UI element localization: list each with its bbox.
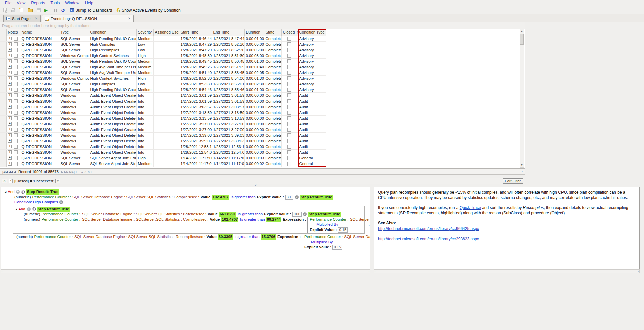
print-preview-button[interactable] bbox=[1, 7, 9, 14]
closed-checkbox[interactable] bbox=[287, 105, 291, 109]
column-header-assigned-user[interactable]: Assigned User bbox=[153, 29, 179, 36]
notes-checkbox[interactable] bbox=[14, 93, 18, 97]
closed-checkbox[interactable] bbox=[287, 48, 291, 52]
expand-icon[interactable] bbox=[8, 37, 12, 40]
scroll-left-icon[interactable]: ‹ bbox=[375, 270, 376, 273]
close-icon[interactable]: ✕ bbox=[99, 17, 131, 20]
panel-scroll-right-icon[interactable]: › bbox=[368, 223, 370, 227]
show-active-events-button[interactable]: + Show Active Events by Condition bbox=[114, 7, 181, 14]
table-row[interactable]: Q-REGRESSION SQL Server SQL Server Agent… bbox=[0, 161, 519, 167]
scroll-right-icon[interactable]: › bbox=[638, 270, 639, 273]
threshold-input[interactable]: 30 bbox=[285, 195, 293, 200]
column-header-closed[interactable]: Closed bbox=[281, 29, 298, 36]
closed-checkbox[interactable] bbox=[287, 54, 291, 58]
threshold-input[interactable]: 100 bbox=[292, 212, 301, 217]
closed-checkbox[interactable] bbox=[287, 145, 291, 149]
notes-checkbox[interactable] bbox=[14, 37, 18, 41]
expand-icon[interactable] bbox=[8, 156, 12, 160]
table-row[interactable]: Q-REGRESSION Windows Audit: Event Object… bbox=[0, 144, 519, 149]
table-row[interactable]: Q-REGRESSION Windows Audit: Event Object… bbox=[0, 115, 519, 121]
record-nav-button[interactable]: − bbox=[77, 170, 80, 174]
menu-item[interactable]: File bbox=[3, 0, 14, 6]
table-row[interactable]: Q-REGRESSION Windows Audit: Event Object… bbox=[0, 149, 519, 155]
help-panel-hscrollbar[interactable]: ‹ › bbox=[374, 269, 640, 273]
expand-icon[interactable] bbox=[8, 48, 12, 52]
horizontal-splitter[interactable]: ∨ bbox=[0, 184, 644, 187]
table-row[interactable]: Q-REGRESSION Windows Computer High Conte… bbox=[0, 53, 519, 58]
notes-checkbox[interactable] bbox=[14, 99, 18, 103]
expand-icon[interactable] bbox=[8, 111, 12, 114]
table-row[interactable]: Q-REGRESSION Windows Audit: Event Object… bbox=[0, 110, 519, 115]
closed-checkbox[interactable] bbox=[287, 37, 291, 41]
closed-checkbox[interactable] bbox=[287, 99, 291, 103]
pause-step-icon[interactable] bbox=[21, 190, 25, 194]
condition-panel-hscrollbar[interactable]: ‹ › bbox=[1, 269, 370, 273]
scroll-left-icon[interactable]: ‹ bbox=[2, 270, 3, 273]
notes-checkbox[interactable] bbox=[14, 48, 18, 52]
save-button[interactable] bbox=[35, 7, 42, 14]
edit-filter-button[interactable]: Edit Filter bbox=[503, 178, 523, 184]
notes-checkbox[interactable] bbox=[14, 139, 18, 143]
remove-filter-icon[interactable]: ✕ bbox=[2, 179, 7, 183]
expand-icon[interactable] bbox=[8, 59, 12, 63]
notes-checkbox[interactable] bbox=[14, 133, 18, 137]
expand-icon[interactable] bbox=[8, 82, 12, 86]
closed-checkbox[interactable] bbox=[287, 93, 291, 97]
notes-checkbox[interactable] bbox=[14, 150, 18, 154]
close-icon[interactable]: ✕ bbox=[32, 17, 37, 20]
expand-icon[interactable] bbox=[8, 128, 12, 131]
column-header-notes[interactable]: Notes bbox=[6, 29, 20, 36]
closed-checkbox[interactable] bbox=[287, 82, 291, 86]
notes-checkbox[interactable] bbox=[14, 76, 18, 80]
jump-to-dashboard-button[interactable]: ➤ Jump To Dashboard bbox=[68, 7, 113, 14]
table-row[interactable]: Q-REGRESSION SQL Server High Avg Wait Ti… bbox=[0, 70, 519, 75]
table-row[interactable]: Q-REGRESSION Windows Audit: Event Object… bbox=[0, 104, 519, 110]
closed-checkbox[interactable] bbox=[287, 59, 291, 63]
filter-expression[interactable]: [Closed] = 'Unchecked' bbox=[14, 179, 54, 183]
scroll-right-icon[interactable]: › bbox=[368, 270, 369, 273]
notes-checkbox[interactable] bbox=[14, 42, 18, 46]
table-row[interactable]: Q-REGRESSION SQL Server High Pending Dis… bbox=[0, 36, 519, 41]
remove-condition-icon[interactable] bbox=[59, 200, 63, 204]
notes-checkbox[interactable] bbox=[14, 122, 18, 126]
expand-icon[interactable] bbox=[8, 76, 12, 80]
table-row[interactable]: Q-REGRESSION SQL Server High Pending Dis… bbox=[0, 87, 519, 92]
notes-checkbox[interactable] bbox=[14, 59, 18, 63]
menu-item[interactable]: Tools bbox=[48, 0, 62, 6]
technet-link-1[interactable]: http://technet.microsoft.com/en-us/libra… bbox=[378, 226, 479, 231]
table-row[interactable]: Q-REGRESSION SQL Server SQL Server Agent… bbox=[0, 155, 519, 161]
table-row[interactable]: Q-REGRESSION Windows Computer High Conte… bbox=[0, 75, 519, 81]
tree-expander-icon[interactable]: ◢ bbox=[15, 207, 17, 212]
add-step-icon[interactable] bbox=[16, 190, 20, 194]
remove-step-icon[interactable] bbox=[303, 212, 307, 216]
column-header-condition[interactable]: Condition bbox=[89, 29, 136, 36]
closed-checkbox[interactable] bbox=[287, 111, 291, 115]
multiplier-input[interactable]: 0.15 bbox=[332, 245, 342, 250]
pause-step-icon[interactable] bbox=[32, 207, 36, 211]
table-row[interactable]: Q-REGRESSION SQL Server High Recompiles … bbox=[0, 47, 519, 53]
expand-icon[interactable] bbox=[8, 145, 12, 148]
expand-icon[interactable] bbox=[8, 71, 12, 74]
quick-trace-link[interactable]: Quick Trace bbox=[460, 205, 481, 210]
notes-checkbox[interactable] bbox=[14, 54, 18, 58]
expand-icon[interactable] bbox=[8, 105, 12, 109]
notes-checkbox[interactable] bbox=[14, 111, 18, 115]
expand-icon[interactable] bbox=[8, 88, 12, 91]
add-step-icon[interactable] bbox=[27, 207, 31, 211]
table-row[interactable]: Q-REGRESSION Windows Audit: Event Object… bbox=[0, 92, 519, 98]
vertical-scrollbar[interactable]: ▲ ▼ bbox=[520, 29, 524, 168]
column-header-name[interactable]: Name bbox=[20, 29, 59, 36]
table-row[interactable]: Q-REGRESSION Windows Audit: Event Object… bbox=[0, 98, 519, 104]
record-nav-button[interactable]: |◀◀ bbox=[2, 170, 8, 174]
menu-item[interactable]: Reports bbox=[29, 0, 47, 6]
closed-checkbox[interactable] bbox=[287, 133, 291, 137]
multiplier-input[interactable]: 0.15 bbox=[338, 227, 348, 233]
table-row[interactable]: Q-REGRESSION SQL Server High Pending Dis… bbox=[0, 58, 519, 64]
group-by-panel[interactable]: Drag a column header here to group by th… bbox=[0, 22, 525, 29]
closed-checkbox[interactable] bbox=[287, 156, 291, 160]
record-nav-button[interactable]: ▲ bbox=[80, 170, 84, 174]
record-nav-button[interactable]: ◀◀ bbox=[8, 170, 13, 174]
expand-icon[interactable] bbox=[8, 150, 12, 154]
record-nav-button[interactable]: ‹ bbox=[90, 170, 92, 174]
notes-checkbox[interactable] bbox=[14, 65, 18, 69]
